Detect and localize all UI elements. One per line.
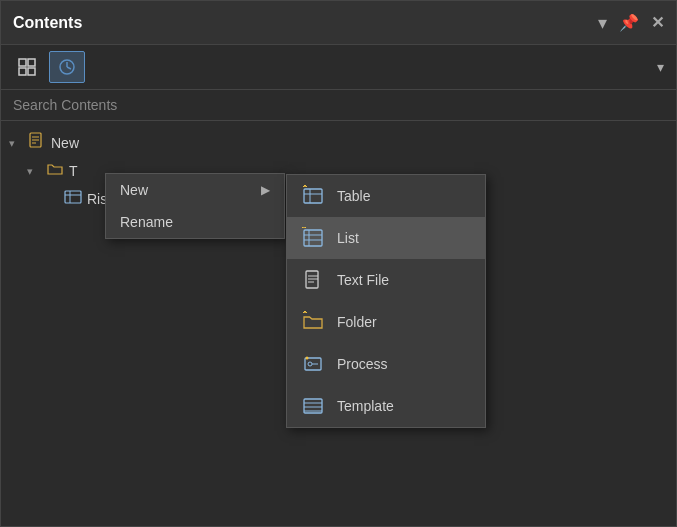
context-menu-item-new[interactable]: New ▶ bbox=[106, 174, 284, 206]
contents-panel: Contents ▾ 📌 ✕ ▾ bbox=[0, 0, 677, 527]
chevron-icon-2: ▾ bbox=[27, 165, 41, 178]
context-menu-new-label: New bbox=[120, 182, 148, 198]
svg-rect-3 bbox=[28, 68, 35, 75]
svg-point-28 bbox=[304, 311, 306, 313]
toolbar-dropdown-icon[interactable]: ▾ bbox=[653, 55, 668, 79]
submenu-process-label: Process bbox=[337, 356, 388, 372]
svg-point-30 bbox=[308, 362, 312, 366]
svg-rect-14 bbox=[304, 189, 322, 203]
pin-icon[interactable]: 📌 bbox=[619, 13, 639, 32]
submenu-arrow: ▶ bbox=[261, 183, 270, 197]
tree-item-t-label: T bbox=[69, 163, 78, 179]
folder-submenu-icon bbox=[301, 310, 325, 334]
submenu-item-process[interactable]: Process bbox=[287, 343, 485, 385]
close-icon[interactable]: ✕ bbox=[651, 13, 664, 32]
svg-point-32 bbox=[306, 357, 309, 360]
history-view-button[interactable] bbox=[49, 51, 85, 83]
submenu-list-label: List bbox=[337, 230, 359, 246]
context-menu: New ▶ bbox=[105, 173, 285, 239]
title-bar-left: Contents bbox=[13, 14, 82, 32]
template-icon bbox=[301, 394, 325, 418]
tree-item-new[interactable]: ▾ New bbox=[1, 129, 676, 157]
submenu-folder-label: Folder bbox=[337, 314, 377, 330]
svg-rect-11 bbox=[65, 191, 81, 203]
panel-title: Contents bbox=[13, 14, 82, 32]
context-menu-rename-label: Rename bbox=[120, 214, 173, 230]
textfile-icon bbox=[301, 268, 325, 292]
doc-icon bbox=[27, 132, 47, 154]
title-bar-right: ▾ 📌 ✕ bbox=[598, 12, 664, 34]
title-bar: Contents ▾ 📌 ✕ bbox=[1, 1, 676, 45]
tree-item-new-label: New bbox=[51, 135, 79, 151]
list-icon bbox=[301, 226, 325, 250]
svg-point-22 bbox=[303, 227, 305, 228]
table-icon bbox=[301, 184, 325, 208]
submenu-textfile-label: Text File bbox=[337, 272, 389, 288]
svg-point-17 bbox=[304, 185, 306, 187]
contents-view-button[interactable] bbox=[9, 51, 45, 83]
table-item-icon bbox=[63, 188, 83, 210]
svg-rect-1 bbox=[28, 59, 35, 66]
content-area: ▾ New ▾ T bbox=[1, 121, 676, 526]
svg-line-6 bbox=[67, 67, 71, 69]
folder-icon bbox=[45, 160, 65, 182]
svg-rect-18 bbox=[304, 230, 322, 246]
submenu-template-label: Template bbox=[337, 398, 394, 414]
submenu-table-label: Table bbox=[337, 188, 370, 204]
svg-rect-0 bbox=[19, 59, 26, 66]
search-bar bbox=[1, 90, 676, 121]
search-input[interactable] bbox=[13, 97, 664, 113]
submenu-item-list[interactable]: List bbox=[287, 217, 485, 259]
toolbar: ▾ bbox=[1, 45, 676, 90]
submenu-item-template[interactable]: Template bbox=[287, 385, 485, 427]
process-icon bbox=[301, 352, 325, 376]
dropdown-icon[interactable]: ▾ bbox=[598, 12, 607, 34]
submenu: Table bbox=[286, 174, 486, 428]
submenu-item-textfile[interactable]: Text File bbox=[287, 259, 485, 301]
svg-rect-2 bbox=[19, 68, 26, 75]
chevron-icon: ▾ bbox=[9, 137, 23, 150]
context-menu-item-rename[interactable]: Rename bbox=[106, 206, 284, 238]
submenu-item-table[interactable]: Table bbox=[287, 175, 485, 217]
submenu-item-folder[interactable]: Folder bbox=[287, 301, 485, 343]
